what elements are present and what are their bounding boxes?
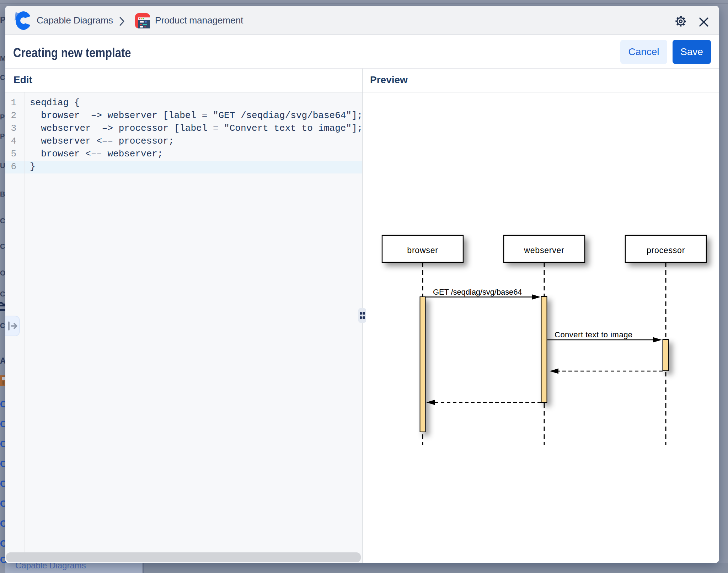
svg-text:Convert text to image: Convert text to image bbox=[555, 330, 633, 339]
svg-text:browser: browser bbox=[407, 246, 438, 255]
svg-text:GET /seqdiag/svg/base64: GET /seqdiag/svg/base64 bbox=[433, 288, 522, 296]
svg-text:webserver: webserver bbox=[524, 246, 564, 255]
svg-text:processor: processor bbox=[647, 246, 685, 255]
